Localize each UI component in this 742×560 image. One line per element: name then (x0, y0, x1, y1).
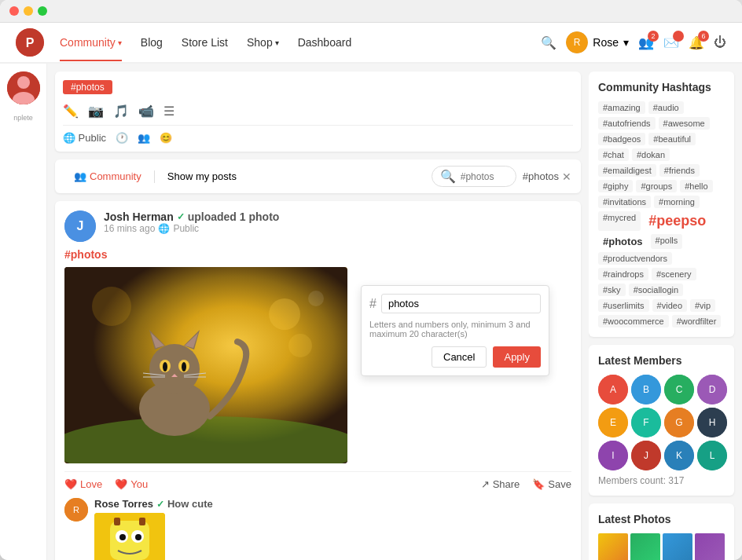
photo-1[interactable] (598, 533, 628, 560)
tag-wordfilter[interactable]: #wordfilter (672, 315, 722, 328)
svg-text:D: D (709, 384, 716, 395)
center-content: #photos ✏️ 📷 🎵 📹 ☰ 🌐 Public 🕐 👥 😊 (47, 64, 589, 560)
you-button[interactable]: ❤️ You (115, 478, 148, 490)
tag-groups[interactable]: #groups (636, 180, 677, 192)
pencil-icon[interactable]: ✏️ (63, 104, 79, 119)
post-author-avatar[interactable]: J (64, 210, 96, 242)
tag-productvendors[interactable]: #productvendors (598, 252, 672, 265)
member-6[interactable]: F (631, 408, 661, 437)
svg-text:J: J (644, 450, 648, 461)
nav-dashboard[interactable]: Dashboard (298, 25, 352, 60)
tag-friends[interactable]: #friends (659, 164, 700, 177)
tag-amazing[interactable]: #amazing (598, 101, 645, 114)
messages-icon[interactable]: ✉️ (663, 35, 679, 50)
music-icon[interactable]: 🎵 (113, 104, 129, 119)
tag-polls[interactable]: #polls (651, 234, 683, 249)
tag-hello[interactable]: #hello (680, 180, 712, 192)
photo-3[interactable] (663, 533, 692, 560)
member-3[interactable]: C (664, 375, 694, 404)
love-button[interactable]: ❤️ Love (64, 478, 102, 490)
member-1[interactable]: A (598, 375, 628, 404)
user-avatar[interactable] (7, 71, 40, 104)
tag-scenery[interactable]: #scenery (652, 268, 696, 280)
tag-raindrops[interactable]: #raindrops (598, 268, 648, 280)
tag-people-button[interactable]: 👥 (138, 132, 150, 144)
list-icon[interactable]: ☰ (163, 104, 174, 119)
hashtag-actions: Cancel Apply (369, 346, 541, 368)
member-12[interactable]: L (697, 441, 727, 470)
member-10[interactable]: J (631, 441, 661, 470)
comment-author: Rose Torres ✓ How cute (94, 498, 571, 510)
tag-autofriends[interactable]: #autofriends (598, 117, 656, 130)
people-icon[interactable]: 👥2 (638, 35, 654, 50)
nav-user[interactable]: R Rose ▾ (566, 31, 629, 53)
member-11[interactable]: K (664, 441, 694, 470)
tab-community[interactable]: 👥 Community (64, 167, 151, 185)
hashtag-dropdown: # Letters and numbers only, minimum 3 an… (361, 285, 549, 376)
hashtag-input[interactable] (381, 294, 541, 313)
post-hashtag[interactable]: #photos (64, 248, 571, 261)
schedule-button[interactable]: 🕐 (116, 132, 128, 144)
post-editor: #photos ✏️ 📷 🎵 📹 ☰ 🌐 Public 🕐 👥 😊 (55, 71, 581, 152)
svg-point-20 (182, 362, 186, 372)
tag-awesome[interactable]: #awesome (659, 117, 710, 130)
tag-chat[interactable]: #chat (598, 148, 629, 161)
svg-point-19 (163, 362, 167, 372)
member-5[interactable]: E (598, 408, 628, 437)
tag-badgeos[interactable]: #badgeos (598, 133, 645, 145)
svg-text:H: H (709, 417, 716, 428)
member-4[interactable]: D (697, 375, 727, 404)
left-sidebar: nplete (0, 64, 47, 560)
notifications-icon[interactable]: 🔔6 (689, 35, 704, 50)
camera-icon[interactable]: 📷 (88, 104, 104, 119)
tab-search: 🔍 (432, 166, 516, 187)
tag-userlimits[interactable]: #userlimits (598, 299, 649, 312)
tag-video[interactable]: #video (652, 299, 687, 312)
search-icon[interactable]: 🔍 (541, 35, 556, 50)
nav-links: Community ▾ Blog Store List Shop ▾ Dashb… (60, 25, 541, 60)
commenter-avatar[interactable]: R (64, 498, 88, 522)
tag-mycred[interactable]: #mycred (598, 211, 641, 231)
search-input[interactable] (461, 171, 508, 182)
member-8[interactable]: H (697, 408, 727, 437)
tag-sociallogin[interactable]: #sociallogin (629, 284, 683, 296)
tag-dokan[interactable]: #dokan (632, 148, 670, 161)
hashtag-pill[interactable]: #photos (63, 80, 112, 94)
emoji-button[interactable]: 😊 (160, 132, 172, 144)
nav-store-list[interactable]: Store List (182, 25, 228, 60)
tag-photos[interactable]: #photos (598, 234, 648, 249)
video-icon[interactable]: 📹 (138, 104, 154, 119)
chevron-down-icon: ▾ (275, 38, 279, 47)
svg-point-29 (308, 291, 324, 306)
svg-text:J: J (77, 219, 84, 232)
member-2[interactable]: B (631, 375, 661, 404)
tag-emaildigest[interactable]: #emaildigest (598, 164, 656, 177)
member-7[interactable]: G (664, 408, 694, 437)
save-button[interactable]: 🔖 Save (532, 478, 571, 490)
member-9[interactable]: I (598, 441, 628, 470)
svg-point-10 (64, 416, 347, 463)
svg-text:I: I (612, 450, 614, 461)
nav-shop[interactable]: Shop ▾ (247, 25, 279, 60)
tag-audio[interactable]: #audio (648, 101, 684, 114)
tag-woocommerce[interactable]: #woocommerce (598, 315, 669, 328)
cancel-button[interactable]: Cancel (432, 346, 487, 368)
tag-giphy[interactable]: #giphy (598, 180, 633, 192)
tag-vip[interactable]: #vip (690, 299, 715, 312)
public-button[interactable]: 🌐 Public (63, 132, 106, 144)
apply-button[interactable]: Apply (493, 346, 541, 368)
tag-beautiful[interactable]: #beautiful (648, 133, 696, 145)
power-icon[interactable]: ⏻ (714, 35, 726, 49)
tab-show-my-posts[interactable]: Show my posts (158, 167, 246, 185)
tag-sky[interactable]: #sky (598, 284, 626, 296)
clear-filter-button[interactable]: ✕ (562, 170, 571, 183)
tag-morning[interactable]: #morning (654, 196, 700, 208)
hashtags-widget: Community Hashtags #amazing #audio #auto… (589, 71, 734, 337)
nav-community[interactable]: Community ▾ (60, 25, 122, 61)
share-button[interactable]: ↗ Share (481, 478, 520, 490)
photo-4[interactable] (695, 533, 725, 560)
tag-peepso[interactable]: #peepso (644, 211, 711, 231)
nav-blog[interactable]: Blog (141, 25, 163, 60)
tag-invitations[interactable]: #invitations (598, 196, 651, 208)
photo-2[interactable] (630, 533, 660, 560)
